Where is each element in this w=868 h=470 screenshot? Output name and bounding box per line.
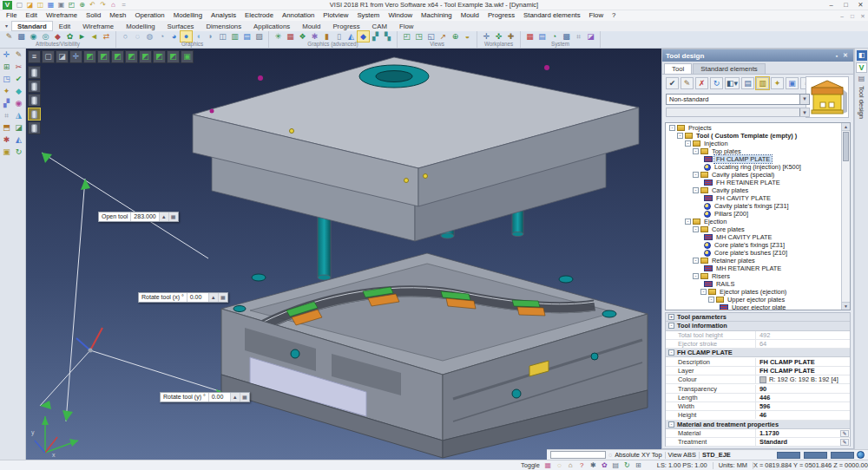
shaded-icon[interactable]: ◕	[168, 31, 180, 42]
scroll-thumb[interactable]	[843, 132, 849, 161]
shield-icon[interactable]: ◆	[358, 31, 369, 42]
open-tool-calc-icon[interactable]: ▲	[159, 212, 168, 221]
view-cube-iso-icon[interactable]: ◩	[83, 50, 96, 63]
rotate-y-calc-icon[interactable]: ▲	[230, 393, 240, 401]
mdi-minimize-button[interactable]: –	[837, 11, 847, 21]
menu-item-file[interactable]: File	[2, 10, 22, 21]
edit-icon[interactable]: ✎	[840, 439, 849, 446]
menu-item-window[interactable]: Window	[384, 10, 417, 21]
view-layout-button-1[interactable]	[777, 452, 800, 459]
explode-icon[interactable]: ✱	[1, 134, 13, 146]
view-layout-button-2[interactable]	[804, 452, 827, 459]
mdi-restore-button[interactable]: □	[847, 11, 858, 21]
minimize-button[interactable]: –	[824, 0, 838, 10]
color-palette-icon[interactable]: ▦	[524, 31, 536, 42]
edit-icon[interactable]: ✎	[840, 430, 849, 437]
hidden-line-icon[interactable]: ◍	[144, 31, 155, 42]
tree-expander-icon[interactable]: -	[685, 219, 691, 225]
confirm-icon[interactable]: ✔	[666, 77, 679, 89]
wireframe-icon[interactable]: ○	[120, 31, 131, 42]
tree-item[interactable]: FH CLAMP PLATE	[666, 155, 850, 163]
toolbar-tab-modelling[interactable]: Modelling	[120, 21, 161, 31]
rotate-x-calc-icon[interactable]: ▲	[208, 293, 218, 302]
rotate-tool-x-control[interactable]: Rotate tool (x) ° 0.00 ▲ ▦	[138, 292, 228, 303]
view-cube-back-icon[interactable]: ◩	[153, 50, 166, 63]
snap-settings-icon[interactable]: ⌗	[573, 31, 584, 42]
refresh-view-icon[interactable]: ↻	[622, 460, 632, 470]
toolbar-tab-progress[interactable]: Progress	[326, 21, 365, 31]
tree-expander-icon[interactable]: -	[700, 289, 707, 295]
validate-icon[interactable]: ✔	[13, 73, 25, 85]
viewport-3d-scene[interactable]: y x ≡▢◪✛◩◩◩◩◩◩◩▣ Open tool 283.000 ▲ ▦ R…	[26, 49, 661, 460]
tree-expander-icon[interactable]: -	[669, 125, 675, 131]
tree-item[interactable]: FH CAVITY PLATE	[666, 194, 850, 202]
section-view-icon[interactable]: ◫	[217, 31, 228, 42]
tree-expander-icon[interactable]: -	[693, 226, 699, 232]
mdi-close-button[interactable]: ✕	[858, 11, 868, 21]
view-cube-bottom-icon[interactable]: ▣	[181, 50, 194, 63]
tree-item[interactable]: -Cavity plates	[666, 186, 850, 194]
panel-close-icon[interactable]: ✕	[841, 52, 850, 59]
tree-item[interactable]: -Ejection	[666, 218, 850, 225]
param-row[interactable]: TreatmentStandard✎	[666, 438, 850, 447]
display-list-icon[interactable]: ▤	[241, 31, 253, 42]
param-section-header[interactable]: +Tool parameters	[666, 313, 850, 322]
tree-item[interactable]: MH CAVITY PLATE	[666, 233, 850, 241]
isometric-view-icon[interactable]: ◰	[401, 31, 412, 42]
menu-item-operation[interactable]: Operation	[130, 10, 168, 21]
tree-item[interactable]: Pillars [Z00]	[666, 210, 850, 218]
menu-item-standard-elements[interactable]: Standard elements	[519, 10, 584, 21]
rotate-tool-y-control[interactable]: Rotate tool (y) ° 0.00 ▲ ▦	[160, 392, 250, 402]
param-row[interactable]: Total tool height492	[666, 331, 850, 340]
view-cube-top-icon[interactable]: ◩	[111, 50, 124, 63]
new-document-icon[interactable]: ▢	[15, 0, 24, 10]
menu-item-progress[interactable]: Progress	[483, 10, 519, 21]
view-cube-iso2-icon[interactable]: ◩	[97, 50, 110, 63]
toolbar-tab-standard[interactable]: Standard	[11, 21, 53, 31]
grid-toggle-icon[interactable]: ⊞	[634, 460, 643, 470]
panel-header[interactable]: Tool design ▪ ✕	[662, 49, 853, 62]
edit-tool-icon[interactable]: ✎	[681, 77, 694, 89]
param-section-header[interactable]: -FH CLAMP PLATE	[666, 349, 850, 357]
param-value[interactable]: R: 192 G: 192 B: 192 [4]	[756, 375, 850, 383]
menu-item-mesh[interactable]: Mesh	[105, 10, 130, 21]
open-file-icon[interactable]: ◪	[25, 0, 35, 10]
tree-item[interactable]: Core plate's bushes [Z10]	[666, 249, 850, 257]
user-view-icon[interactable]: ◒	[462, 31, 473, 42]
command-list-icon[interactable]: ▤	[611, 460, 621, 470]
menu-item-annotation[interactable]: Annotation	[278, 10, 319, 21]
open-recent-icon[interactable]: ◫	[36, 0, 45, 10]
panel-tab-tool[interactable]: Tool	[664, 63, 692, 74]
view-cube-front-icon[interactable]: ◩	[125, 50, 138, 63]
tree-item[interactable]: Upper ejector plate	[666, 304, 850, 310]
standard-parts-icon[interactable]: ✦	[771, 77, 784, 89]
materials-icon[interactable]: ▦	[285, 31, 296, 42]
modify-attributes-icon[interactable]: ✎	[3, 31, 15, 42]
menu-item-analysis[interactable]: Analysis	[207, 10, 240, 21]
tree-expander-icon[interactable]: -	[693, 273, 699, 279]
report-icon[interactable]: ▣	[786, 77, 799, 89]
param-value[interactable]: 46	[756, 411, 850, 419]
param-value[interactable]: 1.1730	[756, 429, 850, 437]
tree-item[interactable]: -Retainer plates	[666, 257, 850, 264]
tree-item[interactable]: -Top plates	[666, 147, 850, 155]
tree-expander-icon[interactable]: -	[708, 297, 714, 303]
zoom-in-icon[interactable]: ⊕	[450, 31, 461, 42]
tree-scrollbar[interactable]: ▲ ▼	[841, 123, 850, 310]
display-mode-icon[interactable]: ◧▾	[725, 77, 740, 89]
param-value[interactable]: 446	[756, 394, 850, 401]
section-expander-icon[interactable]: -	[668, 349, 674, 356]
view-cube-left-icon[interactable]: ◩	[167, 50, 180, 63]
redo-icon[interactable]: ↷	[98, 0, 108, 10]
tree-item[interactable]: -Projects	[666, 124, 850, 132]
preview-icon[interactable]: ▤	[741, 77, 754, 89]
section-expander-icon[interactable]: -	[668, 421, 674, 428]
open-tool-control[interactable]: Open tool 283.000 ▲ ▦	[98, 212, 179, 222]
menu-item-help[interactable]: ?	[608, 10, 620, 21]
absolute-mode-field[interactable]: Absolute XY Top	[615, 451, 661, 459]
rotate-x-keyboard-icon[interactable]: ▦	[218, 293, 227, 302]
tree-item[interactable]: MH RETAINER PLATE	[666, 264, 850, 272]
menu-item-wireframe[interactable]: Wireframe	[42, 10, 82, 21]
menu-item-solid[interactable]: Solid	[82, 10, 105, 21]
tree-expander-icon[interactable]: -	[685, 140, 691, 147]
